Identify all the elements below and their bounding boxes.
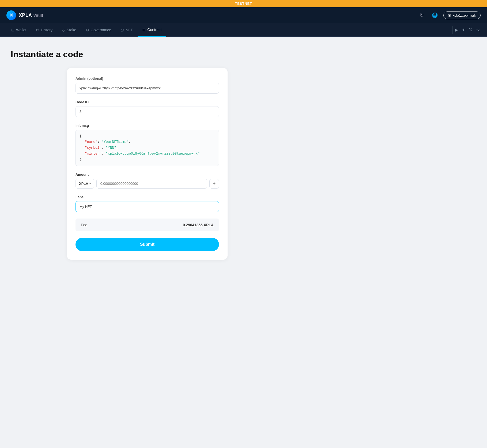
nav-divider	[452, 26, 453, 34]
testnet-banner: TESTNET	[0, 0, 487, 7]
fee-label: Fee	[81, 223, 87, 227]
twitter-icon[interactable]: 𝕏	[469, 28, 472, 32]
admin-input[interactable]	[75, 83, 219, 94]
code-id-input[interactable]	[75, 106, 219, 117]
governance-nav-icon: ⊙	[86, 28, 89, 32]
init-msg-field-group: Init msg { "name": "YourNFTName", "symbo…	[75, 124, 219, 166]
settings-button[interactable]: 🌐	[431, 11, 439, 20]
github-icon[interactable]: ⌥	[476, 28, 481, 32]
testnet-text: TESTNET	[235, 2, 252, 6]
contract-nav-label: Contract	[147, 28, 161, 32]
history-nav-label: History	[41, 28, 52, 32]
currency-select[interactable]: XPLA ▾	[75, 179, 94, 189]
contract-nav-icon: ⊞	[142, 28, 146, 32]
amount-row: XPLA ▾ +	[75, 179, 219, 189]
page-content: Instantiate a code Admin (optional) Code…	[0, 37, 295, 273]
governance-nav-label: Governance	[91, 28, 111, 32]
code-id-label: Code ID	[75, 100, 219, 104]
amount-label: Amount	[75, 173, 219, 177]
history-nav-icon: ↺	[36, 28, 39, 32]
currency-label: XPLA	[79, 182, 88, 186]
fee-box: Fee 0.29041355 XPLA	[75, 219, 219, 231]
label-label: Label	[75, 195, 219, 199]
nav-item-governance[interactable]: ⊙ Governance	[81, 23, 116, 37]
logo-icon: ✕	[6, 10, 16, 20]
wallet-nav-label: Wallet	[16, 28, 26, 32]
fee-value: 0.29041355 XPLA	[183, 223, 214, 227]
nft-nav-icon: ◎	[121, 28, 124, 32]
admin-label: Admin (optional)	[75, 76, 219, 81]
logo-text: XPLA Vault	[19, 13, 43, 18]
logo-area: ✕ XPLA Vault	[6, 10, 43, 20]
label-input[interactable]	[75, 201, 219, 212]
wallet-icon: ▣	[448, 13, 451, 17]
amount-input[interactable]	[96, 179, 207, 189]
add-amount-button[interactable]: +	[209, 179, 219, 189]
video-icon[interactable]: ▶	[455, 28, 458, 32]
stake-nav-label: Stake	[67, 28, 76, 32]
social-icons: ▶ ✈ 𝕏 ⌥	[455, 28, 481, 32]
nav-item-nft[interactable]: ◎ NFT	[116, 23, 138, 37]
nav-item-stake[interactable]: ◇ Stake	[57, 23, 81, 37]
admin-field-group: Admin (optional)	[75, 76, 219, 94]
label-field-group: Label	[75, 195, 219, 212]
main-nav: ⊟ Wallet ↺ History ◇ Stake ⊙ Governance …	[0, 23, 487, 37]
nav-right: ↻ 🌐 ▣ xpla1...epmwrk	[418, 11, 481, 20]
code-id-field-group: Code ID	[75, 100, 219, 117]
init-msg-textarea[interactable]: { "name": "YourNFTName", "symbol": "YNN"…	[75, 130, 219, 166]
chevron-down-icon: ▾	[89, 182, 91, 185]
refresh-button[interactable]: ↻	[418, 11, 426, 20]
instantiate-form-card: Admin (optional) Code ID Init msg { "nam…	[67, 68, 228, 260]
nav-item-history[interactable]: ↺ History	[31, 23, 57, 37]
nft-nav-label: NFT	[126, 28, 133, 32]
telegram-icon[interactable]: ✈	[462, 28, 465, 32]
nav-item-wallet[interactable]: ⊟ Wallet	[6, 23, 31, 37]
submit-button[interactable]: Submit	[75, 238, 219, 251]
wallet-address: xpla1...epmwrk	[453, 13, 476, 17]
top-nav: ✕ XPLA Vault ↻ 🌐 ▣ xpla1...epmwrk	[0, 7, 487, 23]
wallet-nav-icon: ⊟	[11, 28, 14, 32]
stake-nav-icon: ◇	[62, 28, 65, 32]
nav-items: ⊟ Wallet ↺ History ◇ Stake ⊙ Governance …	[6, 23, 450, 37]
init-msg-label: Init msg	[75, 124, 219, 128]
wallet-connect-button[interactable]: ▣ xpla1...epmwrk	[443, 12, 481, 19]
page-title: Instantiate a code	[11, 49, 284, 59]
nav-item-contract[interactable]: ⊞ Contract	[138, 23, 166, 37]
amount-field-group: Amount XPLA ▾ +	[75, 173, 219, 189]
